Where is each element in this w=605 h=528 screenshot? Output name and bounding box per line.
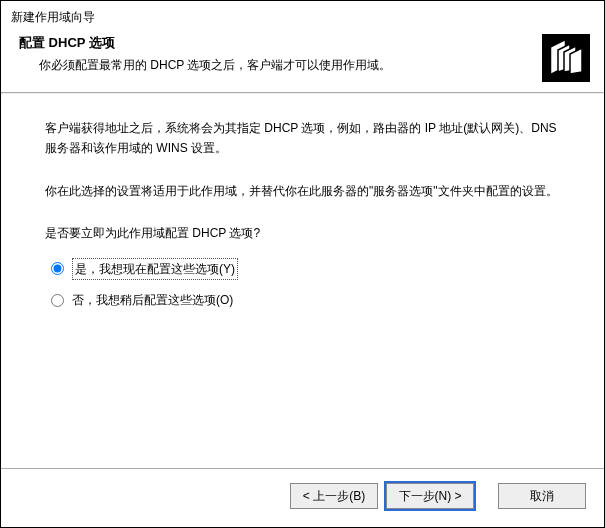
- radio-no[interactable]: [51, 294, 64, 307]
- next-button[interactable]: 下一步(N) >: [386, 483, 474, 509]
- radio-yes-row[interactable]: 是，我想现在配置这些选项(Y): [51, 258, 560, 280]
- wizard-header: 配置 DHCP 选项 你必须配置最常用的 DHCP 选项之后，客户端才可以使用作…: [1, 30, 604, 92]
- header-title: 配置 DHCP 选项: [19, 34, 542, 52]
- radio-no-row[interactable]: 否，我想稍后配置这些选项(O): [51, 290, 560, 310]
- info-paragraph-2: 你在此选择的设置将适用于此作用域，并替代你在此服务器的"服务器选项"文件夹中配置…: [45, 181, 560, 201]
- wizard-content: 客户端获得地址之后，系统将会为其指定 DHCP 选项，例如，路由器的 IP 地址…: [1, 94, 604, 468]
- window-title: 新建作用域向导: [1, 1, 604, 30]
- info-paragraph-1: 客户端获得地址之后，系统将会为其指定 DHCP 选项，例如，路由器的 IP 地址…: [45, 118, 560, 159]
- header-subtitle: 你必须配置最常用的 DHCP 选项之后，客户端才可以使用作用域。: [19, 56, 542, 74]
- wizard-footer: < 上一步(B) 下一步(N) > 取消 CSDN @zhangpeng188: [1, 468, 604, 527]
- dhcp-icon: [542, 34, 590, 82]
- config-question: 是否要立即为此作用域配置 DHCP 选项?: [45, 223, 560, 243]
- back-button[interactable]: < 上一步(B): [290, 483, 378, 509]
- radio-yes[interactable]: [51, 262, 64, 275]
- radio-group: 是，我想现在配置这些选项(Y) 否，我想稍后配置这些选项(O): [45, 258, 560, 311]
- radio-no-label: 否，我想稍后配置这些选项(O): [72, 290, 233, 310]
- cancel-button[interactable]: 取消: [498, 483, 586, 509]
- radio-yes-label: 是，我想现在配置这些选项(Y): [72, 258, 238, 280]
